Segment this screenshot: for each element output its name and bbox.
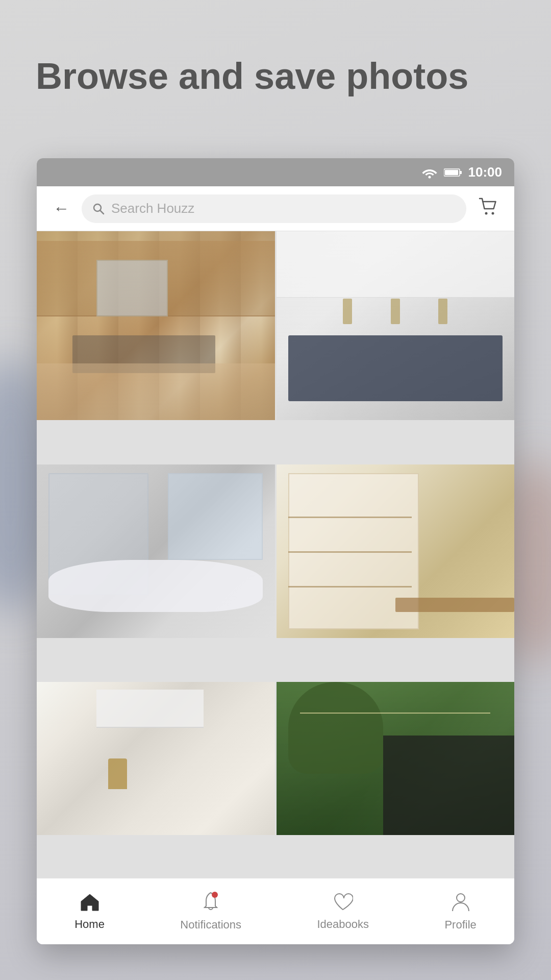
battery-icon: [444, 167, 462, 178]
nav-item-notifications[interactable]: Notifications: [180, 892, 241, 932]
phone-frame: 10:00 ← Search Houzz: [37, 158, 514, 944]
bell-icon: [201, 892, 220, 914]
photo-detail: [277, 231, 515, 298]
svg-rect-3: [460, 171, 462, 174]
status-bar: 10:00: [37, 158, 514, 186]
photo-detail: [96, 690, 204, 728]
photo-bookshelf[interactable]: [277, 464, 515, 638]
svg-point-7: [492, 212, 494, 214]
nav-item-profile[interactable]: Profile: [444, 892, 476, 932]
person-icon: [452, 892, 470, 914]
photo-detail: [96, 260, 168, 316]
photo-exterior[interactable]: [277, 682, 515, 835]
svg-rect-2: [445, 170, 458, 175]
nav-label-profile: Profile: [444, 918, 476, 932]
photo-detail: [300, 713, 490, 714]
nav-label-home: Home: [74, 918, 105, 931]
photo-detail: [108, 758, 127, 789]
nav-bar: ← Search Houzz: [37, 186, 514, 231]
cart-icon[interactable]: [474, 193, 502, 224]
heart-icon: [333, 892, 353, 914]
bottom-nav: Home Notifications Ideabooks: [37, 878, 514, 944]
svg-point-6: [485, 212, 488, 214]
photo-kitchen-white[interactable]: [277, 231, 515, 420]
svg-line-5: [101, 210, 104, 214]
photo-kitchen-white2[interactable]: [37, 682, 275, 835]
photo-detail: [288, 586, 412, 587]
status-time: 10:00: [468, 164, 503, 180]
wifi-icon: [421, 166, 438, 179]
search-icon: [92, 202, 105, 215]
page-title: Browse and save photos: [36, 56, 468, 96]
nav-label-ideabooks: Ideabooks: [317, 918, 369, 931]
nav-item-ideabooks[interactable]: Ideabooks: [317, 892, 369, 931]
photo-detail: [288, 551, 412, 553]
photo-detail: [383, 736, 514, 835]
svg-point-0: [428, 176, 431, 178]
photo-detail: [168, 473, 263, 560]
home-icon: [79, 892, 101, 914]
back-arrow-icon[interactable]: ←: [49, 195, 73, 222]
photo-detail: [288, 682, 384, 774]
photo-detail: [37, 363, 275, 420]
nav-item-home[interactable]: Home: [74, 892, 105, 931]
photo-detail: [395, 598, 514, 611]
photo-detail: [288, 335, 503, 402]
photo-detail: [288, 517, 412, 518]
search-bar[interactable]: Search Houzz: [82, 194, 466, 223]
nav-label-notifications: Notifications: [180, 918, 241, 932]
search-input-placeholder: Search Houzz: [111, 201, 194, 216]
svg-point-9: [457, 894, 465, 902]
photo-detail: [48, 560, 263, 612]
photo-detail: [324, 298, 467, 326]
photo-bathroom[interactable]: [37, 464, 275, 638]
photo-kitchen-warm[interactable]: [37, 231, 275, 420]
svg-point-8: [212, 892, 218, 898]
photo-grid-container: [37, 231, 514, 878]
